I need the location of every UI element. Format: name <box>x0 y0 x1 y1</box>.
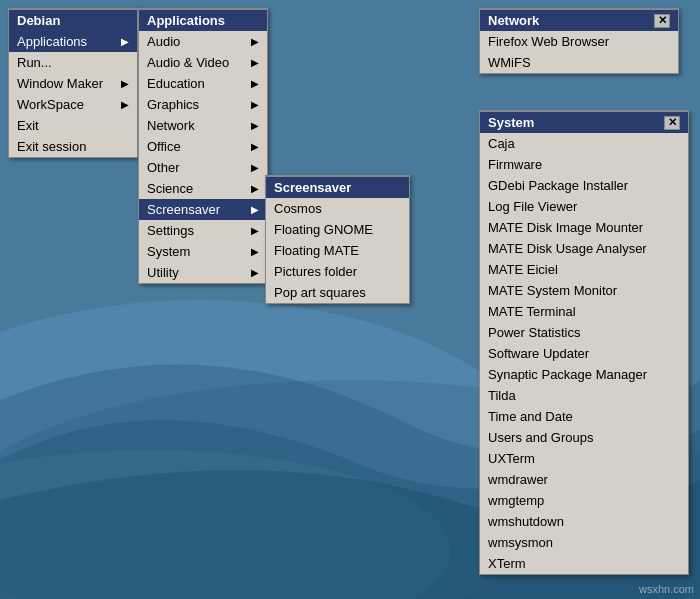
screensaver-menu-title: Screensaver <box>274 180 351 195</box>
screensaver-item-floatinggnome[interactable]: Floating GNOME <box>266 219 409 240</box>
arrow-icon: ▶ <box>251 246 259 257</box>
arrow-icon: ▶ <box>251 204 259 215</box>
system-item-diskimagemounter[interactable]: MATE Disk Image Mounter <box>480 217 688 238</box>
system-menu-close-button[interactable]: ✕ <box>664 116 680 130</box>
app-menu-item-system[interactable]: System ▶ <box>139 241 267 262</box>
system-item-softwareupdater[interactable]: Software Updater <box>480 343 688 364</box>
app-menu-item-audio[interactable]: Audio ▶ <box>139 31 267 52</box>
network-menu-titlebar: Network ✕ <box>480 10 678 31</box>
system-item-diskusageanalyser[interactable]: MATE Disk Usage Analyser <box>480 238 688 259</box>
system-item-eiciel[interactable]: MATE Eiciel <box>480 259 688 280</box>
system-item-xterm[interactable]: XTerm <box>480 553 688 574</box>
network-menu-close-button[interactable]: ✕ <box>654 14 670 28</box>
arrow-icon: ▶ <box>251 57 259 68</box>
debian-menu-item-applications[interactable]: Applications ▶ <box>9 31 137 52</box>
arrow-icon: ▶ <box>121 99 129 110</box>
debian-menu-titlebar: Debian <box>9 10 137 31</box>
debian-menu-item-windowmaker[interactable]: Window Maker ▶ <box>9 73 137 94</box>
arrow-icon: ▶ <box>251 183 259 194</box>
screensaver-item-popartsquares[interactable]: Pop art squares <box>266 282 409 303</box>
debian-menu-item-run[interactable]: Run... <box>9 52 137 73</box>
screensaver-item-floatingmate[interactable]: Floating MATE <box>266 240 409 261</box>
app-menu-item-office[interactable]: Office ▶ <box>139 136 267 157</box>
app-menu-item-network[interactable]: Network ▶ <box>139 115 267 136</box>
system-item-wmshutdown[interactable]: wmshutdown <box>480 511 688 532</box>
arrow-icon: ▶ <box>251 78 259 89</box>
network-menu-title: Network <box>488 13 539 28</box>
system-menu: System ✕ Caja Firmware GDebi Package Ins… <box>479 110 689 575</box>
system-item-usersandgroups[interactable]: Users and Groups <box>480 427 688 448</box>
arrow-icon: ▶ <box>251 225 259 236</box>
system-item-synaptic[interactable]: Synaptic Package Manager <box>480 364 688 385</box>
system-item-wmgtemp[interactable]: wmgtemp <box>480 490 688 511</box>
system-item-timeanddate[interactable]: Time and Date <box>480 406 688 427</box>
system-item-wmdrawer[interactable]: wmdrawer <box>480 469 688 490</box>
arrow-icon: ▶ <box>121 78 129 89</box>
arrow-icon: ▶ <box>251 120 259 131</box>
debian-menu-item-exit[interactable]: Exit <box>9 115 137 136</box>
debian-menu-title: Debian <box>17 13 60 28</box>
applications-menu: Applications Audio ▶ Audio & Video ▶ Edu… <box>138 8 268 284</box>
arrow-icon: ▶ <box>251 162 259 173</box>
system-menu-title: System <box>488 115 534 130</box>
system-item-gdebi[interactable]: GDebi Package Installer <box>480 175 688 196</box>
system-item-logfileviewer[interactable]: Log File Viewer <box>480 196 688 217</box>
app-menu-item-other[interactable]: Other ▶ <box>139 157 267 178</box>
screensaver-item-cosmos[interactable]: Cosmos <box>266 198 409 219</box>
applications-menu-titlebar: Applications <box>139 10 267 31</box>
system-item-tilda[interactable]: Tilda <box>480 385 688 406</box>
debian-menu-item-exitsession[interactable]: Exit session <box>9 136 137 157</box>
arrow-icon: ▶ <box>251 141 259 152</box>
app-menu-item-science[interactable]: Science ▶ <box>139 178 267 199</box>
app-menu-item-screensaver[interactable]: Screensaver ▶ <box>139 199 267 220</box>
system-item-uxterm[interactable]: UXTerm <box>480 448 688 469</box>
applications-menu-title: Applications <box>147 13 225 28</box>
system-item-terminal[interactable]: MATE Terminal <box>480 301 688 322</box>
debian-menu: Debian Applications ▶ Run... Window Make… <box>8 8 138 158</box>
app-menu-item-education[interactable]: Education ▶ <box>139 73 267 94</box>
arrow-icon: ▶ <box>251 267 259 278</box>
system-item-powerstatistics[interactable]: Power Statistics <box>480 322 688 343</box>
system-item-caja[interactable]: Caja <box>480 133 688 154</box>
system-item-systemmonitor[interactable]: MATE System Monitor <box>480 280 688 301</box>
debian-menu-item-workspace[interactable]: WorkSpace ▶ <box>9 94 137 115</box>
system-menu-titlebar: System ✕ <box>480 112 688 133</box>
arrow-icon: ▶ <box>121 36 129 47</box>
app-menu-item-audiovideo[interactable]: Audio & Video ▶ <box>139 52 267 73</box>
system-item-firmware[interactable]: Firmware <box>480 154 688 175</box>
arrow-icon: ▶ <box>251 99 259 110</box>
system-item-wmsysmon[interactable]: wmsysmon <box>480 532 688 553</box>
app-menu-item-settings[interactable]: Settings ▶ <box>139 220 267 241</box>
app-menu-item-utility[interactable]: Utility ▶ <box>139 262 267 283</box>
network-menu: Network ✕ Firefox Web Browser WMiFS <box>479 8 679 74</box>
screensaver-item-picturesfolder[interactable]: Pictures folder <box>266 261 409 282</box>
network-item-firefox[interactable]: Firefox Web Browser <box>480 31 678 52</box>
screensaver-menu-titlebar: Screensaver <box>266 177 409 198</box>
network-item-wmifs[interactable]: WMiFS <box>480 52 678 73</box>
arrow-icon: ▶ <box>251 36 259 47</box>
screensaver-menu: Screensaver Cosmos Floating GNOME Floati… <box>265 175 410 304</box>
app-menu-item-graphics[interactable]: Graphics ▶ <box>139 94 267 115</box>
watermark: wsxhn.com <box>639 583 694 595</box>
